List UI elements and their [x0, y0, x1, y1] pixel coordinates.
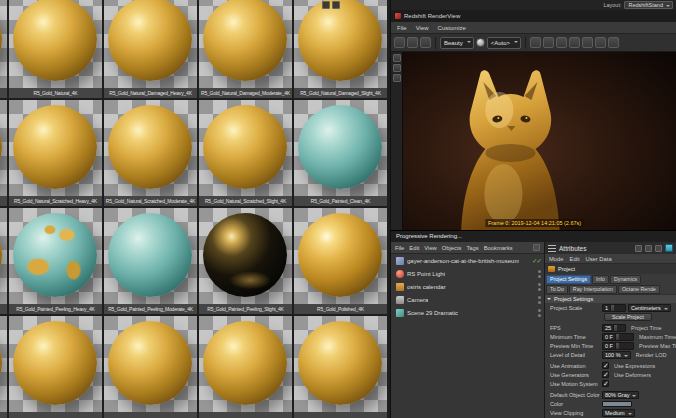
menu-edit[interactable]: Edit	[409, 245, 419, 251]
snapshot-restore-icon[interactable]	[393, 64, 401, 72]
view-clipping-select[interactable]: Medium	[602, 409, 635, 417]
fps-input[interactable]: 25	[602, 324, 626, 332]
project-scale-unit-select[interactable]: Centimeters	[628, 304, 671, 312]
material-item[interactable]: R5_Gold_Painted_Clean_4K	[294, 100, 387, 206]
renderview-titlebar[interactable]: Redshift RenderView	[391, 10, 676, 22]
material-item[interactable]: R5_Gold_Natural_4K	[9, 0, 102, 98]
snapshot-save-icon[interactable]	[393, 54, 401, 62]
preview-min-time-input[interactable]: 0 F	[602, 342, 634, 350]
menu-view[interactable]: View	[416, 25, 429, 31]
menu-edit[interactable]: Edit	[570, 256, 580, 262]
material-item[interactable]: R5_Gold_Natural_Scratched_Slight_4K	[199, 100, 292, 206]
material-item[interactable]	[0, 208, 7, 314]
material-item[interactable]: R5_Gold_Painted_Peeling_Moderate_4K	[104, 208, 197, 314]
material-item[interactable]: R5_Gold_Natural_Scratched_Moderate_4K	[104, 100, 197, 206]
material-preview	[294, 316, 387, 412]
object-visibility-dots[interactable]	[538, 267, 541, 280]
material-item[interactable]	[199, 316, 292, 418]
thumbnail-size-icon[interactable]	[322, 1, 330, 9]
rendered-image[interactable]: Frame 0: 2019-12-04 14:21:05 (2.67s)	[403, 52, 676, 230]
material-item[interactable]	[294, 316, 387, 418]
default-object-color-select[interactable]: 80% Gray	[602, 391, 639, 399]
material-item[interactable]: R5_Gold_Natural_Damaged_Heavy_4K	[104, 0, 197, 98]
render-region-icon[interactable]	[556, 37, 567, 48]
object-row[interactable]: RS Point Light	[391, 267, 544, 280]
spinner-icon[interactable]	[615, 343, 619, 349]
object-manager-panel: File Edit View Objects Tags Bookmarks ga…	[391, 242, 545, 418]
save-image-icon[interactable]	[420, 37, 431, 48]
material-item[interactable]: R5_Gold_Natural_Scratched_Heavy_4K	[9, 100, 102, 206]
settings-icon[interactable]	[608, 37, 619, 48]
menu-view[interactable]: View	[424, 245, 436, 251]
spinner-icon[interactable]	[613, 325, 617, 331]
snapshot-icon[interactable]	[394, 37, 405, 48]
layout-selector[interactable]: RedshiftStand	[624, 1, 673, 9]
preview-min-time-value: 0 F	[605, 343, 613, 349]
object-name: Camera	[407, 297, 428, 303]
material-name: R5_Gold_Painted_Peeling_Moderate_4K	[104, 304, 197, 314]
object-visibility-dots[interactable]	[538, 293, 541, 306]
pixel-probe-icon[interactable]	[543, 37, 554, 48]
aov-panel-icon[interactable]	[393, 74, 401, 82]
menu-file[interactable]: File	[395, 245, 404, 251]
material-item[interactable]	[0, 316, 7, 418]
tab-ray-interpolation[interactable]: Ray Interpolation	[569, 285, 617, 294]
use-animation-checkbox[interactable]	[602, 362, 609, 369]
scale-project-button[interactable]: Scale Project	[604, 313, 652, 321]
param-level-of-detail: Level of Detail 100 % Render LOD	[545, 350, 676, 359]
section-project-settings[interactable]: Project Settings	[545, 294, 676, 303]
material-item[interactable]: R5_Gold_Painted_Peeling_Slight_4K	[199, 208, 292, 314]
camera-selector[interactable]: <Auto>	[487, 37, 521, 49]
level-of-detail-select[interactable]: 100 %	[602, 351, 631, 359]
menu-objects[interactable]: Objects	[442, 245, 462, 251]
menu-user-data[interactable]: User Data	[586, 256, 612, 262]
use-generators-checkbox[interactable]	[602, 371, 609, 378]
object-row[interactable]: Camera	[391, 293, 544, 306]
lock-icon[interactable]	[655, 245, 662, 252]
object-row[interactable]: osiris calendar	[391, 280, 544, 293]
spinner-icon[interactable]	[615, 334, 619, 340]
history-forward-icon[interactable]	[645, 245, 652, 252]
use-motion-system-checkbox[interactable]	[602, 380, 609, 387]
text-overlay-icon[interactable]	[582, 37, 593, 48]
ab-compare-icon[interactable]	[407, 37, 418, 48]
menu-file[interactable]: File	[397, 25, 407, 31]
tab-info[interactable]: Info	[592, 275, 609, 284]
material-item[interactable]: R5_Gold_Natural_Damaged_Slight_4K	[294, 0, 387, 98]
color-swatch[interactable]	[602, 401, 632, 407]
grid-icon[interactable]	[595, 37, 606, 48]
material-item[interactable]	[9, 316, 102, 418]
view-mode-icon[interactable]	[332, 1, 340, 9]
object-visibility-dots[interactable]	[538, 280, 541, 293]
history-back-icon[interactable]	[635, 245, 642, 252]
tab-to-do[interactable]: To Do	[546, 285, 568, 294]
material-item[interactable]	[104, 316, 197, 418]
material-item[interactable]	[0, 100, 7, 206]
material-item[interactable]: R5_Gold_Natural_Damaged_Moderate_4K	[199, 0, 292, 98]
param-label-right: Use Deformers	[614, 372, 676, 378]
menu-bookmarks[interactable]: Bookmarks	[484, 245, 513, 251]
tab-project-settings[interactable]: Project Settings	[546, 275, 591, 284]
search-icon[interactable]	[533, 244, 540, 251]
material-item[interactable]	[0, 0, 7, 98]
lock-view-icon[interactable]	[530, 37, 541, 48]
tab-dynamics[interactable]: Dynamics	[610, 275, 641, 284]
param-label: Level of Detail	[550, 352, 602, 358]
tab-octane-renderer[interactable]: Octane Rende	[618, 285, 660, 294]
project-scale-input[interactable]: 1	[602, 304, 626, 312]
object-visibility-dots[interactable]	[538, 306, 541, 319]
minimum-time-input[interactable]: 0 F	[602, 333, 634, 341]
spinner-icon[interactable]	[610, 305, 614, 311]
material-item[interactable]: R5_Gold_Painted_Peeling_Heavy_4K	[9, 208, 102, 314]
object-row[interactable]: Scene 29 Dramatic	[391, 306, 544, 319]
object-enable-toggles[interactable]	[532, 254, 541, 267]
pass-selector[interactable]: Beauty	[440, 37, 474, 49]
menu-mode[interactable]: Mode	[549, 256, 564, 262]
bucket-render-icon[interactable]	[569, 37, 580, 48]
colorspace-icon[interactable]	[476, 38, 485, 47]
material-item[interactable]: R5_Gold_Polished_4K	[294, 208, 387, 314]
menu-tags[interactable]: Tags	[466, 245, 478, 251]
object-row[interactable]: gayer-anderson-cat-at-the-british-museum…	[391, 254, 544, 267]
menu-icon[interactable]	[548, 245, 556, 252]
menu-customize[interactable]: Customize	[438, 25, 466, 31]
